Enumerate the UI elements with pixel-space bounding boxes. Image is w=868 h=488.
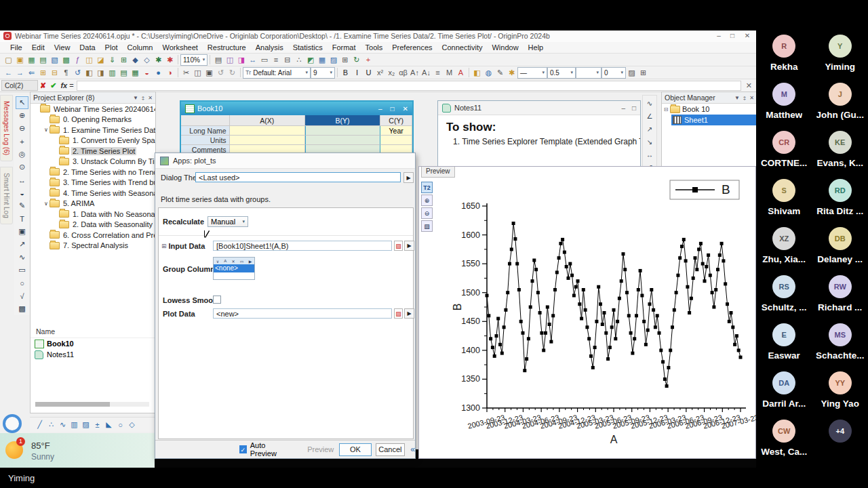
menu-preferences[interactable]: Preferences [387,43,437,52]
refresh-icon[interactable]: ↻ [351,54,362,65]
menu-window[interactable]: Window [487,43,523,52]
tree-item[interactable]: 2. Data with Seasonality [31,220,155,230]
zoom-out-icon[interactable]: ⊖ [16,122,28,135]
font-color-icon[interactable]: A [455,67,467,78]
smart-hint-log-tab[interactable]: Smart Hint Log [0,167,13,224]
group-toolbar-icon[interactable]: A [224,259,226,263]
data-cell[interactable] [305,136,380,145]
graph-image-icon[interactable]: ▨ [80,420,92,430]
more-participants-tile[interactable]: +4 [812,420,868,465]
add-layer-icon[interactable]: + [362,54,374,65]
accept-formula-icon[interactable]: ✔ [50,81,56,90]
window-list-item[interactable]: Book10 [31,338,155,349]
cancel-formula-icon[interactable]: ✘ [40,81,46,90]
scatter-tool-icon[interactable]: ∴ [45,420,57,430]
menu-format[interactable]: Format [328,43,361,52]
import-ascii-icon[interactable]: ⇓ [106,54,118,65]
line-width-select[interactable]: 0.5▾ [547,67,576,79]
font-name-select[interactable]: Tr Default: Arial▾ [243,67,311,79]
recalculate-select[interactable]: Manual▾ [208,216,248,227]
window-list-item[interactable]: Notes11 [31,349,155,360]
duplicate-icon[interactable]: ◫ [224,54,235,65]
formula-input[interactable] [77,81,741,91]
book10-minimize-icon[interactable]: – [378,105,382,113]
new-graph-icon[interactable]: ▧ [49,54,60,65]
zoom-level-select[interactable]: 110%▾ [180,54,208,66]
input-flyout-icon[interactable]: ▶ [404,241,414,251]
line-symbol-graph-icon[interactable]: ∿ [644,97,656,110]
group-selected-item[interactable]: <none> [214,264,254,272]
corner-cell[interactable] [181,115,230,126]
collapse-caret-icon[interactable]: ∨ [43,201,50,207]
lowess-smooth-checkbox[interactable] [213,296,221,304]
group-columns-listbox[interactable]: ∨A✕▭▶ <none> [213,257,255,280]
paste-icon[interactable]: ▣ [203,67,215,78]
fill-color-icon[interactable]: ◧ [471,67,483,78]
new-function-icon[interactable]: ƒ [72,54,83,65]
redo-2-icon[interactable]: ↻ [226,67,238,78]
menu-worksheet[interactable]: Worksheet [157,43,202,52]
data-cell[interactable]: Year [380,126,412,136]
maximize-button[interactable]: □ [726,31,738,41]
axis-template-1-icon[interactable]: ∠ [644,110,656,123]
color-select[interactable]: ▾ [576,67,601,79]
forward-icon[interactable]: → [14,67,26,78]
collapse-caret-icon[interactable]: ∨ [43,127,50,133]
graph-tool-icon[interactable]: ▣ [16,225,28,238]
tree-item[interactable]: 3. Unstack Column By Time Interval [31,157,155,167]
participant-tile[interactable]: YYYing Yao [812,371,868,417]
group-toolbar-icon[interactable]: ∨ [216,259,219,264]
script-icon[interactable]: ∴ [293,54,304,65]
superscript-icon[interactable]: x² [374,67,386,78]
navigate-icon[interactable]: ⇐ [26,67,37,78]
save-icon[interactable]: ◆ [130,54,141,65]
horizontal-scrollbar[interactable] [35,402,149,407]
messages-log-tab[interactable]: Messages Log (6) [0,95,13,161]
book10-maximize-icon[interactable]: □ [391,105,395,113]
zoom-in-graph-icon[interactable]: ⊕ [421,195,433,206]
pan-icon[interactable]: + [16,135,28,148]
new-workbook-icon[interactable]: ▦ [26,54,37,65]
zoom-out-graph-icon[interactable]: ⊖ [421,207,433,219]
new-project-icon[interactable]: ▢ [3,54,14,65]
notes11-minimize-icon[interactable]: – [621,104,625,112]
pivot-icon[interactable]: ▦ [130,67,141,78]
line-tool-icon[interactable]: ╱ [34,420,45,430]
open-icon[interactable]: ◪ [95,54,106,65]
new-notes-icon[interactable]: ◫ [83,54,95,65]
dialog-theme-input[interactable]: <Last used> [195,172,401,182]
import-2-icon[interactable]: ◨ [95,67,106,78]
move-icon[interactable]: ↔ [247,54,258,65]
column-tool-icon[interactable]: ▥ [68,420,80,430]
effects-icon[interactable]: ✱ [506,67,517,78]
axis-template-4-icon[interactable]: ↔ [644,148,656,161]
cut-icon[interactable]: ✂ [180,67,192,78]
table-icon[interactable]: ⊞ [339,54,351,65]
column-header[interactable]: B(Y) [305,115,380,126]
menu-file[interactable]: File [5,43,27,52]
subscript-icon[interactable]: x₂ [386,67,397,78]
axis-template-2-icon[interactable]: ↗ [644,123,656,136]
menu-statistics[interactable]: Statistics [288,43,328,52]
tree-item[interactable]: 3. Time Series with Trend but no Seasona… [31,178,155,188]
arrow-tool-icon[interactable]: ↗ [16,238,28,251]
cancel-button[interactable]: Cancel [376,443,406,456]
participant-tile[interactable]: YYiming [812,35,868,80]
data-cell[interactable] [305,126,380,136]
bold-icon[interactable]: B [340,67,351,78]
participant-tile[interactable]: RWRichard ... [812,275,868,321]
tree-item[interactable]: ∨1. Examine Time Series Data [31,125,155,136]
column-header[interactable]: C(Y) [380,115,412,126]
participant-tile[interactable]: KEEvans, K... [812,131,868,176]
notes11-maximize-icon[interactable]: □ [632,104,636,112]
data-reader-icon[interactable]: ◎ [16,148,28,161]
pencil-icon[interactable]: ✎ [494,67,506,78]
input-data-field[interactable]: [Book10]Sheet1!(A,B) [213,241,392,251]
menu-restructure[interactable]: Restructure [203,43,251,52]
worksheet-window-icon[interactable]: ▨ [328,54,339,65]
print-icon[interactable]: ▤ [212,54,224,65]
graph-window-icon[interactable]: ▦ [316,54,328,65]
search-magnifier-icon[interactable] [3,414,22,433]
tree-item[interactable]: 4. Time Series with Seasonality [31,188,155,199]
align-icon[interactable]: ≡ [432,67,443,78]
